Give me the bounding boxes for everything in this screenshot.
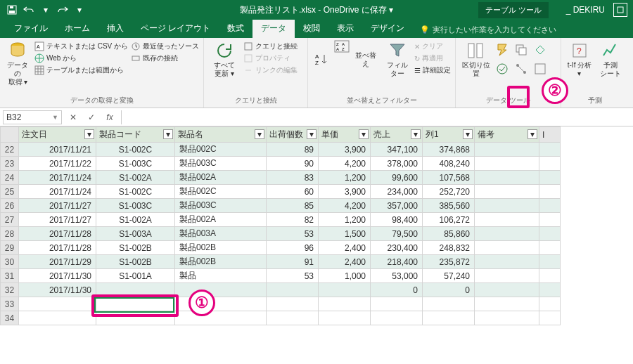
cell[interactable]: 53 bbox=[267, 227, 319, 241]
reapply-filter[interactable]: ↻再適用 bbox=[414, 53, 451, 63]
cell[interactable]: 1,000 bbox=[319, 269, 371, 283]
cell[interactable]: 製品003C bbox=[175, 157, 267, 171]
sort-button[interactable]: 並べ替え bbox=[352, 40, 380, 79]
row-header[interactable]: 23 bbox=[1, 157, 19, 171]
filter-dropdown-icon[interactable]: ▾ bbox=[463, 129, 473, 139]
refresh-all-button[interactable]: すべて 更新 ▾ bbox=[208, 40, 241, 79]
data-model-icon[interactable] bbox=[533, 62, 550, 79]
edit-links[interactable]: リンクの編集 bbox=[243, 65, 298, 75]
column-header[interactable]: 製品コード▾ bbox=[96, 127, 175, 143]
remove-duplicates-icon[interactable] bbox=[514, 43, 531, 60]
cell[interactable]: 53 bbox=[267, 269, 319, 283]
column-header[interactable]: 出荷個数▾ bbox=[267, 127, 319, 143]
cell[interactable] bbox=[475, 241, 539, 255]
cancel-formula-icon[interactable]: ✕ bbox=[66, 110, 80, 124]
cell[interactable]: 60 bbox=[267, 185, 319, 199]
properties[interactable]: プロパティ bbox=[243, 53, 298, 63]
cell[interactable]: S1-002A bbox=[96, 213, 175, 227]
recent-sources[interactable]: 最近使ったソース bbox=[131, 41, 199, 51]
cell[interactable]: 378,000 bbox=[371, 157, 423, 171]
cell[interactable]: 90 bbox=[267, 157, 319, 171]
cell[interactable] bbox=[475, 255, 539, 269]
cell[interactable]: S1-002C bbox=[96, 143, 175, 157]
tab-insert[interactable]: 挿入 bbox=[98, 19, 132, 38]
data-validation-icon[interactable] bbox=[495, 62, 512, 79]
redo-icon[interactable]: ▾ bbox=[38, 2, 53, 18]
from-web[interactable]: Web から bbox=[34, 53, 128, 63]
cell[interactable] bbox=[475, 227, 539, 241]
cell[interactable]: S1-001A bbox=[96, 269, 175, 283]
user-name[interactable]: _ DEKIRU bbox=[566, 5, 605, 15]
cell[interactable]: 82 bbox=[267, 213, 319, 227]
cell[interactable]: 4,200 bbox=[319, 157, 371, 171]
col-letter[interactable]: I bbox=[539, 127, 561, 143]
cell[interactable]: 製品 bbox=[175, 269, 267, 283]
cell[interactable] bbox=[175, 283, 267, 297]
cell[interactable]: 2017/11/30 bbox=[19, 269, 96, 283]
cell[interactable] bbox=[475, 143, 539, 157]
cell[interactable] bbox=[475, 213, 539, 227]
what-if-button[interactable]: ? t-If 分析 ▾ bbox=[565, 40, 594, 79]
cell[interactable]: 106,272 bbox=[423, 213, 475, 227]
cell[interactable]: 製品003A bbox=[175, 227, 267, 241]
cell[interactable]: 1,200 bbox=[319, 171, 371, 185]
advanced-filter[interactable]: ☰詳細設定 bbox=[414, 65, 451, 75]
from-table-range[interactable]: テーブルまたは範囲から bbox=[34, 65, 128, 75]
row-header[interactable]: 22 bbox=[1, 143, 19, 157]
tab-design[interactable]: デザイン bbox=[362, 19, 413, 38]
cell[interactable]: 2017/11/29 bbox=[19, 255, 96, 269]
tab-pagelayout[interactable]: ページ レイアウト bbox=[132, 19, 219, 38]
cell[interactable]: 2017/11/27 bbox=[19, 213, 96, 227]
cell[interactable]: S1-002B bbox=[96, 255, 175, 269]
cell[interactable]: 2,400 bbox=[319, 241, 371, 255]
fx-icon[interactable]: fx bbox=[103, 110, 117, 124]
cell[interactable]: 408,240 bbox=[423, 157, 475, 171]
cell[interactable] bbox=[475, 185, 539, 199]
filter-dropdown-icon[interactable]: ▾ bbox=[255, 129, 264, 139]
column-header[interactable]: 製品名▾ bbox=[175, 127, 267, 143]
filter-button[interactable]: フィルター bbox=[383, 40, 411, 79]
cell[interactable]: S1-002C bbox=[96, 185, 175, 199]
existing-connections[interactable]: 既存の接続 bbox=[131, 53, 199, 63]
cell[interactable]: 2017/11/24 bbox=[19, 171, 96, 185]
cell[interactable]: 2017/11/24 bbox=[19, 185, 96, 199]
column-header[interactable]: 単価▾ bbox=[319, 127, 371, 143]
cell[interactable]: 3,900 bbox=[319, 143, 371, 157]
row-header[interactable]: 29 bbox=[1, 241, 19, 255]
cell[interactable]: 83 bbox=[267, 171, 319, 185]
cell[interactable]: 252,720 bbox=[423, 185, 475, 199]
cell[interactable]: 91 bbox=[267, 255, 319, 269]
save-icon[interactable] bbox=[4, 2, 20, 18]
cell[interactable]: S1-002A bbox=[96, 171, 175, 185]
tab-view[interactable]: 表示 bbox=[328, 19, 362, 38]
tab-data[interactable]: データ bbox=[252, 19, 295, 38]
tab-home[interactable]: ホーム bbox=[56, 19, 98, 38]
filter-dropdown-icon[interactable]: ▾ bbox=[84, 129, 94, 139]
forecast-sheet-button[interactable]: 予測 シート bbox=[596, 40, 625, 79]
redo-icon[interactable] bbox=[55, 2, 70, 18]
filter-dropdown-icon[interactable]: ▾ bbox=[307, 129, 316, 139]
cell[interactable]: S1-003C bbox=[96, 199, 175, 213]
cell[interactable]: 374,868 bbox=[423, 143, 475, 157]
cell[interactable] bbox=[475, 269, 539, 283]
column-header[interactable]: 注文日▾ bbox=[19, 127, 96, 143]
cell[interactable] bbox=[475, 171, 539, 185]
row-header[interactable]: 28 bbox=[1, 227, 19, 241]
cell[interactable]: 218,400 bbox=[371, 255, 423, 269]
cell[interactable]: 製品002B bbox=[175, 241, 267, 255]
cell[interactable]: 4,200 bbox=[319, 199, 371, 213]
qat-more-icon[interactable]: ▾ bbox=[72, 2, 87, 18]
get-data-button[interactable]: データの 取得 ▾ bbox=[4, 40, 32, 88]
cell[interactable]: 385,560 bbox=[423, 199, 475, 213]
cell[interactable]: 79,500 bbox=[371, 227, 423, 241]
cell[interactable] bbox=[475, 283, 539, 297]
relationships-icon[interactable] bbox=[514, 62, 531, 79]
row-header[interactable]: 31 bbox=[1, 269, 19, 283]
column-header[interactable]: 備考▾ bbox=[475, 127, 539, 143]
cell[interactable]: S1-003C bbox=[96, 157, 175, 171]
row-header[interactable]: 26 bbox=[1, 199, 19, 213]
cell[interactable]: 96 bbox=[267, 241, 319, 255]
cell[interactable]: 製品002B bbox=[175, 255, 267, 269]
cell[interactable]: 2017/11/30 bbox=[19, 283, 96, 297]
table-tools-tab[interactable]: テーブル ツール bbox=[478, 2, 549, 18]
